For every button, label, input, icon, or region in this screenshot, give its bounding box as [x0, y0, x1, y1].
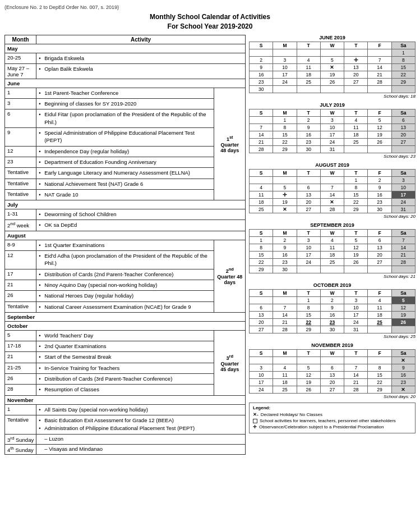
september-label: September [5, 312, 246, 321]
box-icon [253, 419, 257, 423]
legend-text-x: Declared Holidays/ No Classes [261, 412, 322, 417]
quarter-cell-2: 2ndQuarter 48days [214, 240, 246, 312]
date-cell: 3rd Sunday [5, 434, 36, 444]
cal-header-s: S [250, 42, 273, 49]
activity-cell: Special Administration of Philippine Edu… [36, 128, 214, 147]
june-school-days: School days: 18 [249, 94, 416, 99]
page-title: Monthly School Calendar of Activities Fo… [4, 12, 416, 31]
cal-header-t2: T [344, 42, 368, 49]
table-row: 8-9 1st Quarter Examinations 2ndQuarter … [5, 240, 246, 250]
cal-header-m: M [273, 42, 297, 49]
activities-table: Month Activity May 20-25 Brigada Eskwela… [4, 35, 246, 455]
legend-item-x: ✕- Declared Holidays/ No Classes [253, 412, 412, 417]
date-cell: 1 [5, 404, 36, 415]
date-cell: 9 [5, 128, 36, 147]
table-row: 1 1st Parent-Teacher Conference 1st Quar… [5, 88, 246, 98]
legend-text-plus: Observance/Celebration subject to a Pres… [259, 424, 384, 429]
july-cal-title: JULY 2019 [249, 102, 416, 108]
activity-cell: National Career Assessment Examination (… [36, 301, 214, 312]
date-cell: 28 [5, 385, 36, 395]
date-cell: 17-18 [5, 341, 36, 352]
august-cal-title: AUGUST 2019 [249, 162, 416, 168]
table-row: 1 All Saints Day (special non-working ho… [5, 404, 246, 415]
enclosure-note: (Enclosure No. 2 to DepEd Order No. 007,… [4, 4, 416, 10]
cal-header-f: F [368, 42, 391, 49]
month-row-october: October [5, 321, 246, 330]
activity-cell: All Saints Day (special non-working holi… [36, 404, 246, 415]
date-cell: 3 [5, 99, 36, 109]
july-school-days: School days: 23 [249, 154, 416, 159]
june-calendar: JUNE 2019 S M T W T F Sa 1 2345✛78 [249, 35, 416, 99]
november-school-days: School days: 20 [249, 394, 416, 399]
activity-cell: World Teachers' Day [36, 330, 214, 341]
activity-cell: Department of Education Founding Anniver… [36, 157, 214, 167]
activity-cell: – Visayas and Mindanao [36, 444, 246, 454]
table-row: May 27 –June 7 Oplan Balik Eskwela [5, 63, 246, 79]
quarter-cell-3: 3rd Quarter45 days [214, 330, 246, 395]
date-cell: 23 [5, 157, 36, 167]
july-label: July [5, 200, 246, 209]
table-row: 21-25 In-Service Training for Teachers [5, 363, 246, 373]
activity-cell: NAT Grade 10 [36, 189, 214, 200]
table-row: Tentative Early Language Literacy and Nu… [5, 168, 246, 179]
table-row: 17 Distribution of Cards (2nd Parent-Tea… [5, 269, 246, 280]
table-row: 9 Special Administration of Philippine E… [5, 128, 246, 147]
month-header: Month [5, 35, 36, 44]
activity-cell: National Heroes Day (regular holiday) [36, 291, 214, 301]
month-row-july: July [5, 200, 246, 209]
legend-text-box: School activities for learners, teachers… [260, 418, 396, 423]
plus-icon: ✛ [253, 424, 257, 429]
july-cal-table: SMTWTFSa 123456 78910111213 141516171819… [249, 109, 416, 153]
november-cal-title: NOVEMBER 2019 [249, 342, 416, 348]
june-label: June [5, 79, 246, 88]
date-cell: 26 [5, 291, 36, 301]
date-cell: 5 [5, 330, 36, 341]
month-row-september: September [5, 312, 246, 321]
july-calendar: JULY 2019 SMTWTFSa 123456 78910111213 14… [249, 102, 416, 159]
month-row-may: May [5, 44, 246, 53]
date-cell: 17 [5, 269, 36, 280]
october-school-days: School days: 25 [249, 334, 416, 339]
november-calendar: NOVEMBER 2019 SMTWTFSa ✕ 3456789 1011121… [249, 342, 416, 399]
activity-cell: Deworming of School Children [36, 209, 246, 220]
activity-cell: Beginning of classes for SY 2019-2020 [36, 99, 214, 109]
date-cell: 21 [5, 352, 36, 363]
august-label: August [5, 231, 246, 240]
table-row: 28 Resumption of Classes [5, 385, 246, 395]
may-label: May [5, 44, 246, 53]
activity-cell: National Achievement Test (NAT) Grade 6 [36, 179, 214, 189]
date-cell: 21 [5, 280, 36, 290]
date-cell: 6 [5, 109, 36, 128]
table-row: Tentative NAT Grade 10 [5, 189, 246, 200]
august-cal-table: SMTWTFSa 123 45678910 11✛1314151617 1819… [249, 169, 416, 213]
september-cal-title: SEPTEMBER 2019 [249, 222, 416, 228]
table-row: 20-25 Brigada Eskwela [5, 53, 246, 63]
october-label: October [5, 321, 246, 330]
date-cell: Tentative [5, 189, 36, 200]
activity-cell: Resumption of Classes [36, 385, 214, 395]
legend-title: Legend: [253, 405, 412, 410]
activity-cell: In-Service Training for Teachers [36, 363, 214, 373]
date-cell: 1 [5, 88, 36, 98]
october-cal-title: OCTOBER 2019 [249, 282, 416, 288]
june-cal-title: JUNE 2019 [249, 35, 416, 40]
activity-cell: Ninoy Aquino Day (special non-working ho… [36, 280, 214, 290]
september-cal-table: SMTWTFSa 1234567 891011121314 1516171819… [249, 229, 416, 273]
activity-header: Activity [36, 35, 246, 44]
month-row-november: November [5, 395, 246, 404]
table-row: 21 Start of the Semestral Break [5, 352, 246, 363]
table-row: 3 Beginning of classes for SY 2019-2020 [5, 99, 246, 109]
table-row: Tentative Basic Education Exit Assessmen… [5, 415, 246, 434]
activity-cell: OK sa DepEd [36, 220, 246, 231]
date-cell: 12 [5, 146, 36, 157]
june-cal-table: S M T W T F Sa 1 2345✛78 91011✕131415 16… [249, 42, 416, 93]
date-cell: 12 [5, 251, 36, 269]
november-cal-table: SMTWTFSa ✕ 3456789 10111213141516 171819… [249, 349, 416, 394]
activity-cell: Early Language Literacy and Numeracy Ass… [36, 168, 214, 179]
activity-cell: Oplan Balik Eskwela [36, 63, 246, 79]
table-row: Tentative National Achievement Test (NAT… [5, 179, 246, 189]
table-row: 3rd Sunday – Luzon [5, 434, 246, 444]
date-cell: May 27 –June 7 [5, 63, 36, 79]
activity-cell: Distribution of Cards (3rd Parent-Teache… [36, 374, 214, 385]
activity-cell: 2nd Quarter Examinations [36, 341, 214, 352]
